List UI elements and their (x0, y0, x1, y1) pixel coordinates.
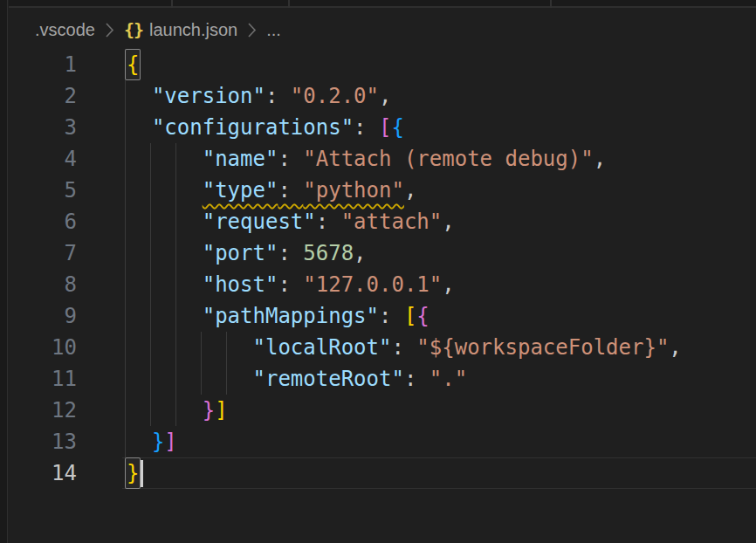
token: "request" (203, 210, 316, 234)
code-text: "host": "127.0.0.1", (127, 269, 455, 300)
breadcrumb-file-label: launch.json (149, 20, 237, 40)
token: "version" (152, 84, 265, 108)
indent-guide (125, 300, 126, 332)
code-text: "version": "0.2.0", (127, 80, 391, 112)
indent-guide (125, 332, 126, 363)
token: "remoteRoot" (253, 367, 404, 391)
indent-guide (125, 269, 126, 300)
token: ] (164, 430, 176, 454)
code-line-1[interactable]: 1{ (9, 49, 756, 80)
code-line-4[interactable]: 4"name": "Attach (remote debug)", (9, 143, 756, 175)
matched-bracket: } (126, 458, 140, 488)
code-text: }] (127, 426, 177, 457)
code-line-2[interactable]: 2"version": "0.2.0", (9, 80, 756, 112)
line-number[interactable]: 8 (9, 269, 77, 300)
token: : (265, 84, 291, 108)
code-line-6[interactable]: 6"request": "attach", (9, 206, 756, 237)
code-line-7[interactable]: 7"port": 5678, (9, 237, 756, 269)
token: { (391, 115, 403, 140)
code-line-12[interactable]: 12}] (9, 395, 756, 426)
line-number[interactable]: 1 (9, 49, 77, 80)
token: , (442, 210, 454, 234)
indent-guide (125, 363, 126, 395)
token: : (379, 304, 404, 328)
line-number[interactable]: 6 (9, 206, 77, 237)
warning-squiggle-token: "python" (303, 178, 404, 203)
token: : (354, 115, 379, 140)
token: "Attach (remote debug)" (303, 147, 593, 171)
code-line-5[interactable]: 5"type": "python", (9, 175, 756, 206)
token: : (316, 210, 341, 234)
line-number[interactable]: 9 (9, 300, 77, 332)
code-line-11[interactable]: 11"remoteRoot": "." (9, 363, 756, 395)
code-line-14[interactable]: 14} (9, 457, 756, 489)
text-cursor (141, 460, 143, 487)
code-line-9[interactable]: 9"pathMappings": [{ (9, 300, 756, 332)
code-text: { (127, 49, 139, 80)
line-number[interactable]: 7 (9, 237, 77, 269)
line-number[interactable]: 4 (9, 143, 77, 175)
token: "host" (203, 272, 278, 297)
token: "127.0.0.1" (303, 272, 442, 297)
line-number[interactable]: 13 (9, 426, 77, 457)
token: , (594, 147, 606, 171)
token: "attach" (341, 210, 443, 234)
line-number[interactable]: 3 (9, 112, 77, 143)
line-number[interactable]: 11 (9, 363, 77, 395)
tab-bar[interactable] (9, 0, 756, 8)
warning-squiggle-token: : (278, 178, 303, 203)
token: , (379, 84, 391, 108)
token: "name" (203, 147, 278, 171)
chevron-right-icon (247, 22, 257, 38)
token: , (404, 178, 416, 203)
indent-guide (125, 112, 126, 143)
token: , (354, 241, 366, 265)
code-text: "port": 5678, (127, 237, 367, 269)
code-text: "pathMappings": [{ (127, 300, 430, 332)
code-text: "remoteRoot": "." (127, 363, 467, 395)
token: : (391, 335, 416, 360)
token: "." (430, 367, 467, 391)
breadcrumb-folder[interactable]: .vscode (35, 20, 95, 40)
editor-left-edge (0, 0, 8, 543)
breadcrumb-symbol-overflow[interactable]: ... (266, 20, 281, 40)
token: "port" (203, 241, 278, 265)
code-text: }] (127, 395, 228, 426)
vscode-editor-window: .vscode {} launch.json ... 1{2"version":… (0, 0, 756, 543)
code-line-3[interactable]: 3"configurations": [{ (9, 112, 756, 143)
indent-guide (125, 175, 126, 206)
token: : (278, 241, 303, 265)
token: , (669, 335, 681, 360)
token: : (404, 367, 430, 391)
editor-code-area[interactable]: 1{2"version": "0.2.0",3"configurations":… (9, 49, 756, 543)
code-line-10[interactable]: 10"localRoot": "${workspaceFolder}", (9, 332, 756, 363)
indent-guide (125, 395, 126, 426)
code-text: "configurations": [{ (127, 112, 404, 143)
breadcrumb: .vscode {} launch.json ... (35, 10, 281, 49)
token: "0.2.0" (291, 84, 379, 108)
indent-guide (125, 80, 126, 112)
token: 5678 (303, 241, 354, 265)
token: "${workspaceFolder}" (416, 335, 669, 360)
tab-divider (171, 0, 173, 8)
breadcrumb-file[interactable]: {} launch.json (124, 19, 237, 40)
line-number[interactable]: 10 (9, 332, 77, 363)
code-line-13[interactable]: 13}] (9, 426, 756, 457)
line-number[interactable]: 12 (9, 395, 77, 426)
token: } (152, 430, 164, 454)
line-number[interactable]: 5 (9, 175, 77, 206)
token: [ (404, 304, 416, 328)
code-text: } (127, 457, 139, 489)
code-line-8[interactable]: 8"host": "127.0.0.1", (9, 269, 756, 300)
tab-divider (288, 0, 290, 8)
token: "pathMappings" (203, 304, 379, 328)
matched-bracket: { (126, 50, 140, 79)
line-number[interactable]: 14 (9, 457, 77, 489)
warning-squiggle-token: "type" (203, 178, 278, 203)
line-number[interactable]: 2 (9, 80, 77, 112)
token: "localRoot" (253, 335, 392, 360)
code-text: "name": "Attach (remote debug)", (127, 143, 606, 175)
token: "configurations" (152, 115, 354, 140)
indent-guide (125, 426, 126, 457)
token: , (442, 272, 454, 297)
